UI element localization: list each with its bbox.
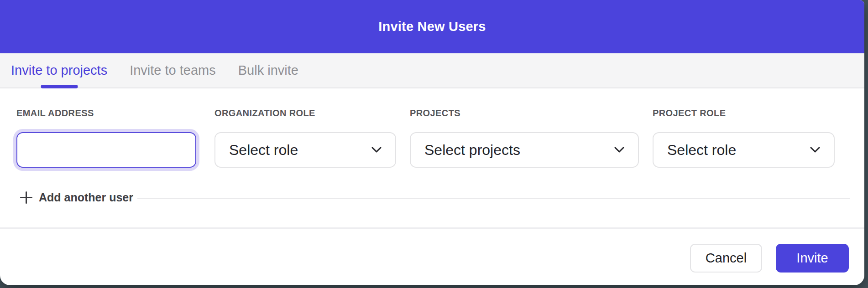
chevron-down-icon (371, 147, 382, 153)
invite-button-label: Invite (796, 251, 828, 266)
email-address-input[interactable] (16, 132, 196, 168)
organization-role-label: ORGANIZATION ROLE (214, 108, 396, 118)
project-role-label: PROJECT ROLE (653, 108, 835, 118)
invite-button[interactable]: Invite (776, 244, 849, 273)
chevron-down-icon (810, 147, 820, 153)
active-tab-indicator (41, 85, 78, 88)
dialog-header: Invite New Users (0, 0, 864, 53)
tab-bar: Invite to projects Invite to teams Bulk … (0, 53, 864, 88)
select-value: Select role (667, 142, 736, 159)
projects-select[interactable]: Select projects (410, 132, 639, 168)
projects-field-group: PROJECTS Select projects (410, 108, 639, 168)
select-value: Select role (229, 142, 298, 159)
add-another-user-button[interactable]: Add another user (20, 191, 133, 204)
tab-label: Bulk invite (238, 63, 298, 78)
chevron-down-icon (614, 147, 624, 153)
add-user-divider-line (137, 198, 850, 199)
tab-label: Invite to teams (130, 63, 216, 78)
add-another-user-label: Add another user (39, 191, 133, 204)
projects-label: PROJECTS (410, 108, 639, 118)
cancel-button-label: Cancel (706, 251, 747, 266)
email-address-label: EMAIL ADDRESS (16, 108, 196, 118)
project-role-select[interactable]: Select role (653, 132, 835, 168)
select-value: Select projects (424, 142, 520, 159)
tab-invite-to-teams[interactable]: Invite to teams (130, 53, 216, 87)
tab-invite-to-projects[interactable]: Invite to projects (11, 53, 107, 87)
project-role-field-group: PROJECT ROLE Select role (653, 108, 835, 168)
plus-icon (20, 191, 32, 204)
organization-role-select[interactable]: Select role (214, 132, 396, 168)
email-field-group: EMAIL ADDRESS (16, 108, 196, 168)
invite-new-users-dialog: Invite New Users Invite to projects Invi… (0, 0, 864, 285)
tab-label: Invite to projects (11, 63, 107, 78)
tab-bulk-invite[interactable]: Bulk invite (238, 53, 298, 87)
dialog-title: Invite New Users (378, 19, 486, 34)
organization-role-field-group: ORGANIZATION ROLE Select role (214, 108, 396, 168)
footer-divider (0, 227, 864, 229)
cancel-button[interactable]: Cancel (690, 244, 762, 273)
